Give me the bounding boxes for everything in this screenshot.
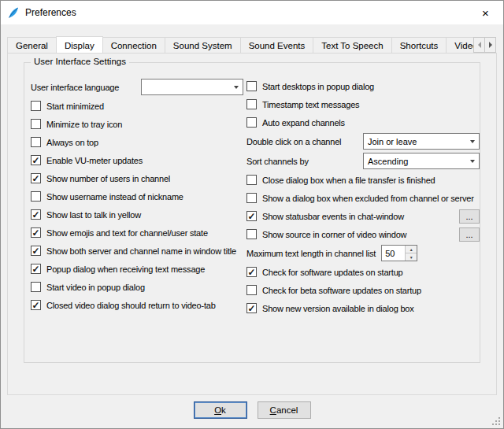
- checkbox[interactable]: [31, 137, 41, 147]
- spinner-arrows: ▲ ▼: [405, 246, 417, 261]
- chevron-down-icon: [229, 86, 243, 89]
- checkbox-label[interactable]: Show username instead of nickname: [46, 192, 183, 202]
- checkbox-row: Show a dialog box when excluded from cha…: [246, 189, 480, 207]
- checkbox-label[interactable]: Auto expand channels: [262, 118, 345, 128]
- spinner-value[interactable]: 50: [382, 246, 405, 261]
- checkbox[interactable]: [246, 81, 257, 91]
- checkbox[interactable]: [31, 227, 41, 238]
- checkbox[interactable]: [31, 264, 41, 274]
- checkbox[interactable]: [31, 300, 41, 310]
- sort-channels-label: Sort channels by: [246, 157, 309, 166]
- user-interface-settings-group: User Interface Settings User interface l…: [24, 62, 480, 363]
- max-text-length-spinner[interactable]: 50 ▲ ▼: [381, 245, 417, 261]
- double-click-label: Double click on a channel: [246, 137, 341, 146]
- tab-sound-system[interactable]: Sound System: [165, 37, 241, 53]
- tab-pane: User Interface Settings User interface l…: [7, 53, 497, 395]
- checkbox[interactable]: [31, 101, 41, 111]
- ok-button[interactable]: Ok: [194, 401, 247, 419]
- checkbox-label[interactable]: Show a dialog box when excluded from cha…: [262, 194, 474, 203]
- cancel-button[interactable]: Cancel: [258, 401, 311, 419]
- checkbox[interactable]: [31, 246, 41, 256]
- language-label: User interface language: [31, 83, 119, 92]
- checkbox-label[interactable]: Enable VU-meter updates: [46, 156, 143, 165]
- tab-scroll-left-icon[interactable]: [473, 37, 485, 53]
- tab-shortcuts[interactable]: Shortcuts: [391, 37, 447, 53]
- checkbox-row: Always on top: [31, 133, 243, 151]
- checkbox-label[interactable]: Show statusbar events in chat-window: [262, 212, 404, 221]
- tab-sound-events[interactable]: Sound Events: [240, 37, 314, 53]
- double-click-value: Join or leave: [364, 137, 465, 146]
- checkbox-label[interactable]: Always on top: [46, 138, 98, 147]
- checkbox-row: Show new version available in dialog box: [246, 299, 480, 317]
- checkbox[interactable]: [31, 209, 41, 220]
- statusbar-events-browse-button[interactable]: ...: [459, 209, 480, 224]
- checkbox-label[interactable]: Timestamp text messages: [262, 100, 359, 109]
- ok-button-label: Ok: [214, 405, 226, 415]
- video-source-browse-button[interactable]: ...: [459, 227, 480, 242]
- checkbox[interactable]: [31, 119, 41, 129]
- checkbox[interactable]: [31, 191, 41, 202]
- checkbox-label[interactable]: Show new version available in dialog box: [262, 304, 414, 313]
- sort-channels-value: Ascending: [364, 157, 465, 166]
- checkbox-row: Start minimized: [31, 97, 243, 115]
- preferences-dialog: Preferences × General Display Connection…: [0, 0, 504, 429]
- cancel-button-label: Cancel: [270, 405, 298, 415]
- checkbox[interactable]: [246, 175, 257, 185]
- tab-text-to-speech[interactable]: Text To Speech: [313, 37, 391, 53]
- spinner-down-icon[interactable]: ▼: [406, 253, 417, 261]
- checkbox-label[interactable]: Show source in corner of video window: [262, 230, 406, 239]
- checkbox-row: Closed video dialog should return to vid…: [31, 296, 243, 314]
- spinner-up-icon[interactable]: ▲: [406, 246, 417, 253]
- checkbox-label[interactable]: Close dialog box when a file transfer is…: [262, 176, 435, 185]
- video-source-row: Show source in corner of video window ..…: [246, 225, 480, 243]
- checkbox[interactable]: [31, 173, 41, 183]
- checkbox-label[interactable]: Start video in popup dialog: [46, 283, 145, 292]
- checkbox[interactable]: [246, 117, 257, 128]
- checkbox[interactable]: [246, 211, 257, 221]
- checkbox-label[interactable]: Start desktops in popup dialog: [262, 82, 374, 91]
- checkbox-label[interactable]: Minimize to tray icon: [46, 120, 122, 129]
- checkbox-label[interactable]: Check for software updates on startup: [262, 268, 402, 277]
- tab-bar: General Display Connection Sound System …: [7, 35, 497, 53]
- checkbox-row: Check for beta software updates on start…: [246, 281, 480, 299]
- checkbox-row: Show both server and channel name in win…: [31, 242, 243, 260]
- checkbox[interactable]: [246, 285, 257, 295]
- checkbox-label[interactable]: Show last to talk in yellow: [46, 210, 141, 220]
- checkbox[interactable]: [246, 229, 257, 239]
- checkbox[interactable]: [246, 99, 257, 109]
- double-click-row: Double click on a channel Join or leave: [246, 131, 480, 151]
- checkbox-row: Check for software updates on startup: [246, 263, 480, 281]
- tab-display[interactable]: Display: [56, 36, 103, 53]
- tab-general[interactable]: General: [7, 37, 57, 53]
- max-text-length-row: Maximum text length in channel list 50 ▲…: [246, 243, 480, 263]
- checkbox-row: Timestamp text messages: [246, 95, 480, 113]
- chevron-down-icon: [465, 140, 479, 143]
- checkbox[interactable]: [31, 282, 41, 292]
- checkbox-label[interactable]: Show emojis and text for channel/user st…: [46, 228, 208, 238]
- tab-scroll-right-icon[interactable]: [484, 37, 496, 53]
- checkbox-label[interactable]: Closed video dialog should return to vid…: [46, 301, 216, 310]
- close-button[interactable]: ×: [468, 1, 503, 24]
- checkbox[interactable]: [246, 267, 257, 277]
- checkbox-row: Close dialog box when a file transfer is…: [246, 171, 480, 189]
- sort-channels-select[interactable]: Ascending: [363, 153, 480, 169]
- checkbox[interactable]: [31, 155, 41, 165]
- max-text-length-label: Maximum text length in channel list: [246, 249, 376, 258]
- checkbox-row: Start desktops in popup dialog: [246, 77, 480, 95]
- checkbox-row: Minimize to tray icon: [31, 115, 243, 133]
- checkbox-label[interactable]: Start minimized: [46, 102, 104, 111]
- checkbox-label[interactable]: Check for beta software updates on start…: [262, 286, 421, 295]
- tab-connection[interactable]: Connection: [102, 37, 165, 53]
- language-select[interactable]: [141, 79, 243, 95]
- checkbox-label[interactable]: Show number of users in channel: [46, 174, 170, 183]
- double-click-select[interactable]: Join or leave: [363, 133, 480, 150]
- checkbox-label[interactable]: Show both server and channel name in win…: [46, 246, 236, 256]
- statusbar-events-row: Show statusbar events in chat-window ...: [246, 207, 480, 225]
- checkbox-row: Start video in popup dialog: [31, 278, 243, 296]
- checkbox-label[interactable]: Popup dialog when receiving text message: [46, 264, 205, 274]
- checkbox-row: Enable VU-meter updates: [31, 151, 243, 169]
- checkbox-row: Show username instead of nickname: [31, 187, 243, 205]
- checkbox[interactable]: [246, 303, 257, 313]
- app-icon: [7, 6, 20, 19]
- checkbox[interactable]: [246, 193, 257, 203]
